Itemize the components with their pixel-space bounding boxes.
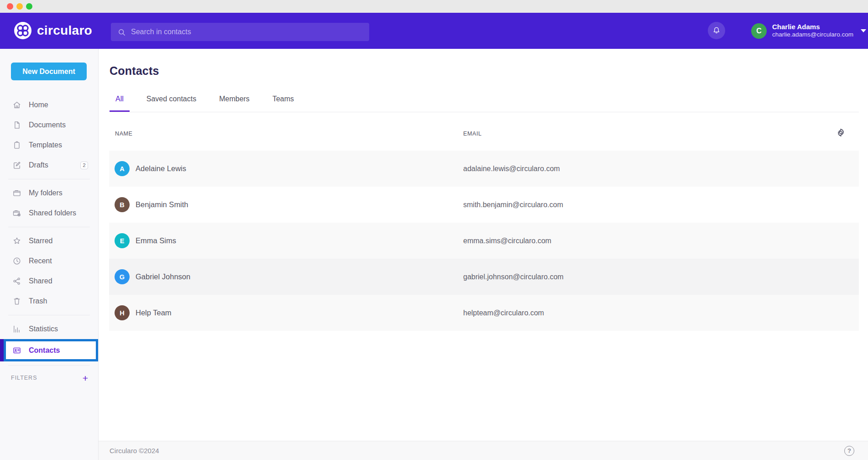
user-avatar: C xyxy=(751,23,767,39)
table-row[interactable]: G Gabriel Johnson gabriel.johnson@circul… xyxy=(109,259,859,295)
contact-avatar: A xyxy=(115,161,130,176)
table-header: NAME EMAIL xyxy=(109,112,859,151)
add-filter-button[interactable]: + xyxy=(83,373,88,383)
share-icon xyxy=(12,277,21,286)
trash-icon xyxy=(12,297,21,306)
search-icon xyxy=(117,28,126,37)
document-icon xyxy=(12,120,21,130)
search-input[interactable] xyxy=(131,28,363,36)
contacts-table: A Adelaine Lewis adalaine.lewis@circular… xyxy=(109,151,859,331)
active-item-indicator xyxy=(0,339,4,361)
shared-folder-icon xyxy=(12,209,21,218)
column-header-name[interactable]: NAME xyxy=(115,131,133,137)
contact-email: gabriel.johnson@circularo.com xyxy=(463,273,564,281)
help-button[interactable]: ? xyxy=(844,446,854,456)
footer: Circularo ©2024 ? xyxy=(99,441,868,460)
main-content: Contacts All Saved contacts Members Team… xyxy=(99,49,868,460)
table-row[interactable]: B Benjamin Smith smith.benjamin@circular… xyxy=(109,187,859,223)
contact-avatar: E xyxy=(115,233,130,248)
contact-email: smith.benjamin@circularo.com xyxy=(463,201,563,209)
edit-icon xyxy=(12,161,21,170)
sidebar-item-contacts[interactable]: Contacts xyxy=(4,339,98,361)
sidebar-divider xyxy=(8,227,90,227)
copyright-text: Circularo ©2024 xyxy=(110,447,159,455)
bar-chart-icon xyxy=(12,324,21,334)
contact-name: Benjamin Smith xyxy=(136,200,188,209)
app-header: circularo C Charlie Adams charlie.adams@… xyxy=(0,13,868,49)
brand-name: circularo xyxy=(37,23,92,38)
gear-icon xyxy=(836,128,846,137)
tab-teams[interactable]: Teams xyxy=(267,87,300,112)
sidebar-divider xyxy=(8,365,90,366)
tab-members[interactable]: Members xyxy=(213,87,256,112)
question-mark-icon: ? xyxy=(847,447,851,454)
search-bar[interactable] xyxy=(111,23,369,41)
new-document-button[interactable]: New Document xyxy=(11,63,87,80)
table-row[interactable]: E Emma Sims emma.sims@circularo.com xyxy=(109,223,859,259)
contacts-card-icon xyxy=(12,346,21,355)
folder-icon xyxy=(12,188,21,198)
page-title: Contacts xyxy=(110,64,159,78)
contact-email: helpteam@circularo.com xyxy=(463,309,544,317)
contact-email: adalaine.lewis@circularo.com xyxy=(463,165,560,173)
filters-section: FILTERS + xyxy=(0,370,98,386)
sidebar-item-trash[interactable]: Trash xyxy=(0,291,98,311)
sidebar-item-statistics[interactable]: Statistics xyxy=(0,319,98,339)
sidebar-item-shared-folders[interactable]: Shared folders xyxy=(0,203,98,223)
sidebar-item-drafts[interactable]: Drafts 2 xyxy=(0,155,98,175)
chevron-down-icon xyxy=(861,29,866,32)
minimize-window-button[interactable] xyxy=(16,3,23,10)
contact-name: Help Team xyxy=(136,308,172,317)
clipboard-icon xyxy=(12,141,21,150)
user-menu[interactable]: C Charlie Adams charlie.adams@circularo.… xyxy=(751,13,866,49)
sidebar-item-recent[interactable]: Recent xyxy=(0,251,98,271)
user-name: Charlie Adams xyxy=(772,23,853,31)
sidebar: New Document Home Documents xyxy=(0,49,99,460)
contact-avatar: G xyxy=(115,269,130,284)
drafts-count-badge: 2 xyxy=(80,162,88,169)
sidebar-item-templates[interactable]: Templates xyxy=(0,135,98,155)
contact-email: emma.sims@circularo.com xyxy=(463,237,551,245)
contact-name: Emma Sims xyxy=(136,236,176,245)
sidebar-item-my-folders[interactable]: My folders xyxy=(0,183,98,203)
home-icon xyxy=(12,100,21,110)
sidebar-divider xyxy=(8,179,90,179)
sidebar-divider xyxy=(8,315,90,315)
contact-name: Adelaine Lewis xyxy=(136,164,186,173)
table-row[interactable]: H Help Team helpteam@circularo.com xyxy=(109,295,859,331)
column-header-email[interactable]: EMAIL xyxy=(463,131,482,137)
table-row[interactable]: A Adelaine Lewis adalaine.lewis@circular… xyxy=(109,151,859,187)
clock-icon xyxy=(12,256,21,266)
notifications-button[interactable] xyxy=(708,22,725,39)
close-window-button[interactable] xyxy=(7,3,13,10)
sidebar-item-home[interactable]: Home xyxy=(0,95,98,115)
sidebar-nav: Home Documents Templates xyxy=(0,95,98,386)
sidebar-item-shared[interactable]: Shared xyxy=(0,271,98,291)
sidebar-item-documents[interactable]: Documents xyxy=(0,115,98,135)
tab-bar: All Saved contacts Members Teams xyxy=(110,87,859,112)
user-email: charlie.adams@circularo.com xyxy=(772,31,853,39)
circularo-logo-icon xyxy=(14,21,32,40)
table-settings-button[interactable] xyxy=(834,126,847,139)
window-titlebar xyxy=(0,0,868,13)
tab-saved-contacts[interactable]: Saved contacts xyxy=(141,87,202,112)
tab-all[interactable]: All xyxy=(110,87,130,112)
brand-logo[interactable]: circularo xyxy=(14,21,92,40)
star-icon xyxy=(12,236,21,246)
contact-avatar: B xyxy=(115,197,130,212)
contact-avatar: H xyxy=(115,305,130,320)
contact-name: Gabriel Johnson xyxy=(136,272,190,281)
bell-icon xyxy=(712,26,721,35)
sidebar-item-starred[interactable]: Starred xyxy=(0,231,98,251)
zoom-window-button[interactable] xyxy=(26,3,32,10)
filters-label: FILTERS xyxy=(11,375,37,381)
